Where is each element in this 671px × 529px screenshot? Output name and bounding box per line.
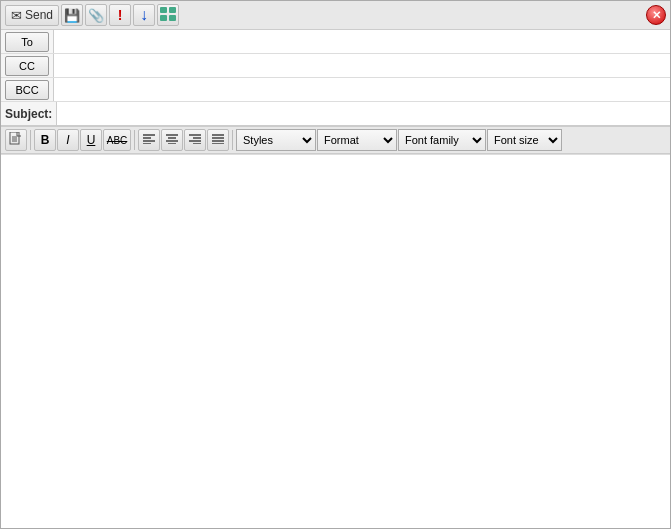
separator-1 xyxy=(30,130,31,150)
subject-label: Subject: xyxy=(1,107,56,121)
svg-rect-1 xyxy=(169,7,176,13)
italic-label: I xyxy=(66,133,69,147)
attach-icon: 📎 xyxy=(88,8,104,23)
address-area: To CC BCC Subject: xyxy=(1,30,670,127)
svg-rect-4 xyxy=(10,132,19,144)
svg-rect-2 xyxy=(160,15,167,21)
send-button[interactable]: ✉ Send xyxy=(5,5,59,26)
priority-high-icon: ! xyxy=(118,7,123,23)
strikethrough-button[interactable]: ABC xyxy=(103,129,131,151)
priority-low-button[interactable]: ↓ xyxy=(133,4,155,26)
separator-2 xyxy=(134,130,135,150)
bcc-row: BCC xyxy=(1,78,670,102)
format-toolbar: B I U ABC xyxy=(1,127,670,154)
top-toolbar: ✉ Send 💾 📎 ! ↓ ✕ xyxy=(1,1,670,30)
bcc-button[interactable]: BCC xyxy=(5,80,49,100)
bold-button[interactable]: B xyxy=(34,129,56,151)
priority-high-button[interactable]: ! xyxy=(109,4,131,26)
justify-icon xyxy=(212,133,224,147)
underline-label: U xyxy=(87,133,96,147)
send-label: Send xyxy=(25,8,53,22)
priority-low-icon: ↓ xyxy=(140,6,148,24)
options-icon xyxy=(160,7,176,24)
compose-body[interactable] xyxy=(1,154,670,528)
italic-button[interactable]: I xyxy=(57,129,79,151)
to-button[interactable]: To xyxy=(5,32,49,52)
align-left-button[interactable] xyxy=(138,129,160,151)
align-right-button[interactable] xyxy=(184,129,206,151)
align-left-icon xyxy=(143,133,155,147)
fontsize-select[interactable]: Font size xyxy=(487,129,562,151)
align-center-icon xyxy=(166,133,178,147)
align-center-button[interactable] xyxy=(161,129,183,151)
justify-button[interactable] xyxy=(207,129,229,151)
new-doc-icon xyxy=(9,132,23,149)
options-button[interactable] xyxy=(157,4,179,26)
cc-button[interactable]: CC xyxy=(5,56,49,76)
underline-button[interactable]: U xyxy=(80,129,102,151)
bold-label: B xyxy=(41,133,50,147)
align-right-icon xyxy=(189,133,201,147)
bcc-input[interactable] xyxy=(53,78,670,101)
styles-select[interactable]: Styles xyxy=(236,129,316,151)
to-row: To xyxy=(1,30,670,54)
save-button[interactable]: 💾 xyxy=(61,4,83,26)
strikethrough-label: ABC xyxy=(107,135,128,146)
cc-input[interactable] xyxy=(53,54,670,77)
close-icon: ✕ xyxy=(652,9,661,22)
svg-rect-0 xyxy=(160,7,167,13)
attach-button[interactable]: 📎 xyxy=(85,4,107,26)
close-button[interactable]: ✕ xyxy=(646,5,666,25)
to-input[interactable] xyxy=(53,30,670,53)
format-select[interactable]: Format xyxy=(317,129,397,151)
fontfamily-select[interactable]: Font family xyxy=(398,129,486,151)
compose-window: ✉ Send 💾 📎 ! ↓ ✕ xyxy=(0,0,671,529)
cc-row: CC xyxy=(1,54,670,78)
save-icon: 💾 xyxy=(64,8,80,23)
separator-3 xyxy=(232,130,233,150)
subject-row: Subject: xyxy=(1,102,670,126)
new-doc-button[interactable] xyxy=(5,129,27,151)
subject-input[interactable] xyxy=(56,102,670,125)
svg-rect-3 xyxy=(169,15,176,21)
send-icon: ✉ xyxy=(11,8,22,23)
